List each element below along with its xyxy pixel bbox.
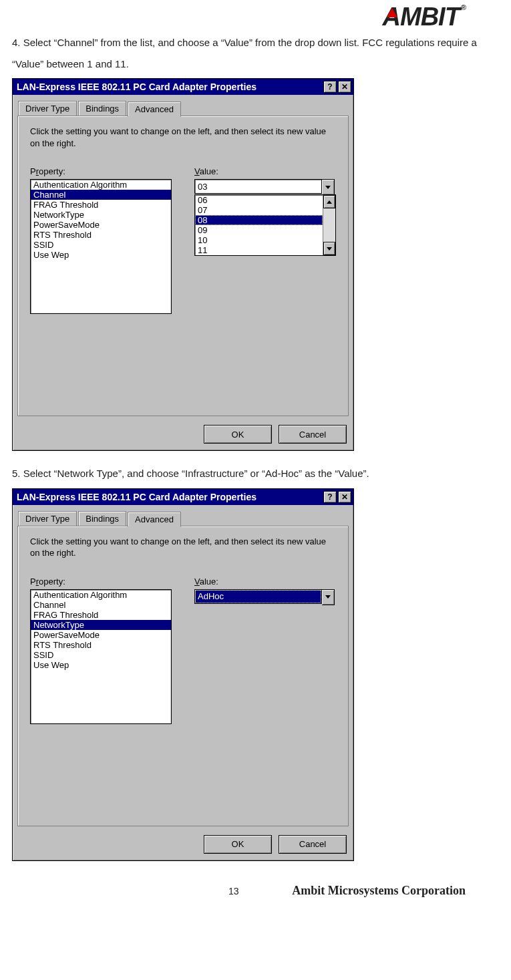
scroll-down-button[interactable] [323,242,335,255]
list-item[interactable]: SSID [31,240,171,250]
dropdown-option[interactable]: 06 [195,195,323,205]
scroll-up-button[interactable] [323,195,335,208]
property-listbox[interactable]: Authentication AlgorithmChannelFRAG Thre… [30,589,172,724]
ok-button[interactable]: OK [204,835,272,854]
dropdown-option[interactable]: 11 [195,245,323,255]
help-button[interactable]: ? [323,81,337,93]
chevron-down-icon [327,247,332,251]
chevron-up-icon [327,200,332,204]
list-item[interactable]: PowerSaveMode [31,630,171,640]
value-label: Value: [194,166,336,176]
dropdown-option[interactable]: 09 [195,225,323,235]
list-item[interactable]: Use Wep [31,250,171,260]
scroll-track[interactable] [323,208,335,242]
window-title: LAN-Express IEEE 802.11 PC Card Adapter … [17,492,257,502]
list-item[interactable]: FRAG Threshold [31,200,171,210]
value-dropdown-list[interactable]: 060708091011 [194,194,336,256]
tab-driver-type[interactable]: Driver Type [18,101,77,116]
instruction-step-5: 5. Select “Network Type”, and choose “In… [12,463,499,484]
titlebar[interactable]: LAN-Express IEEE 802.11 PC Card Adapter … [13,79,353,95]
tab-advanced[interactable]: Advanced [128,102,181,117]
properties-dialog-1: LAN-Express IEEE 802.11 PC Card Adapter … [12,78,354,451]
list-item[interactable]: Channel [31,190,171,200]
value-label: Value: [194,577,335,587]
tab-panel-advanced: Click the setting you want to change on … [17,116,349,416]
property-label: Property: [30,166,172,176]
tab-strip: Driver Type Bindings Advanced [13,95,353,116]
dropdown-option[interactable]: 10 [195,235,323,245]
list-item[interactable]: PowerSaveMode [31,220,171,230]
footer-corp-name: Ambit Microsystems Corporation [239,884,466,898]
dropdown-option[interactable]: 07 [195,205,323,215]
value-display: AdHoc [194,589,322,604]
value-combobox[interactable]: AdHoc [194,589,335,605]
list-item[interactable]: NetworkType [31,620,171,630]
tab-driver-type[interactable]: Driver Type [18,511,77,526]
instruction-step-4: 4. Select “Channel” from the list, and c… [12,32,499,74]
trademark-icon: ® [461,3,466,11]
window-title: LAN-Express IEEE 802.11 PC Card Adapter … [17,81,257,92]
tab-bindings[interactable]: Bindings [78,511,126,526]
properties-dialog-2: LAN-Express IEEE 802.11 PC Card Adapter … [12,488,354,861]
cancel-button[interactable]: Cancel [279,835,347,854]
value-combobox[interactable]: 03 [194,179,335,195]
list-item[interactable]: RTS Threshold [31,230,171,240]
dropdown-scrollbar[interactable] [323,195,335,255]
combobox-dropdown-button[interactable] [322,589,335,605]
question-icon: ? [327,83,332,91]
close-icon: ✕ [341,83,348,91]
value-display: 03 [194,179,322,194]
dropdown-option[interactable]: 08 [195,215,323,225]
logo-mark-icon [387,8,397,17]
property-listbox[interactable]: Authentication AlgorithmChannelFRAG Thre… [30,179,172,314]
combobox-dropdown-button[interactable] [322,179,335,195]
list-item[interactable]: FRAG Threshold [31,610,171,620]
list-item[interactable]: Channel [31,600,171,610]
panel-description: Click the setting you want to change on … [30,536,336,559]
tab-strip: Driver Type Bindings Advanced [13,505,353,526]
brand-logo: AAMBITMBIT® [12,0,499,29]
chevron-down-icon [325,186,331,189]
list-item[interactable]: Authentication Algorithm [31,590,171,600]
titlebar[interactable]: LAN-Express IEEE 802.11 PC Card Adapter … [13,489,353,505]
tab-panel-advanced: Click the setting you want to change on … [17,526,349,826]
close-button[interactable]: ✕ [338,491,351,503]
help-button[interactable]: ? [323,491,337,503]
list-item[interactable]: RTS Threshold [31,640,171,650]
question-icon: ? [327,493,332,501]
panel-description: Click the setting you want to change on … [30,126,336,149]
list-item[interactable]: Authentication Algorithm [31,180,171,190]
close-button[interactable]: ✕ [338,81,351,93]
property-label: Property: [30,577,172,587]
list-item[interactable]: NetworkType [31,210,171,220]
ok-button[interactable]: OK [204,425,272,444]
list-item[interactable]: Use Wep [31,660,171,670]
page-number: 13 [12,886,239,896]
cancel-button[interactable]: Cancel [279,425,347,444]
tab-advanced[interactable]: Advanced [128,512,181,527]
chevron-down-icon [325,595,331,599]
tab-bindings[interactable]: Bindings [78,101,126,116]
list-item[interactable]: SSID [31,650,171,660]
close-icon: ✕ [341,493,348,501]
